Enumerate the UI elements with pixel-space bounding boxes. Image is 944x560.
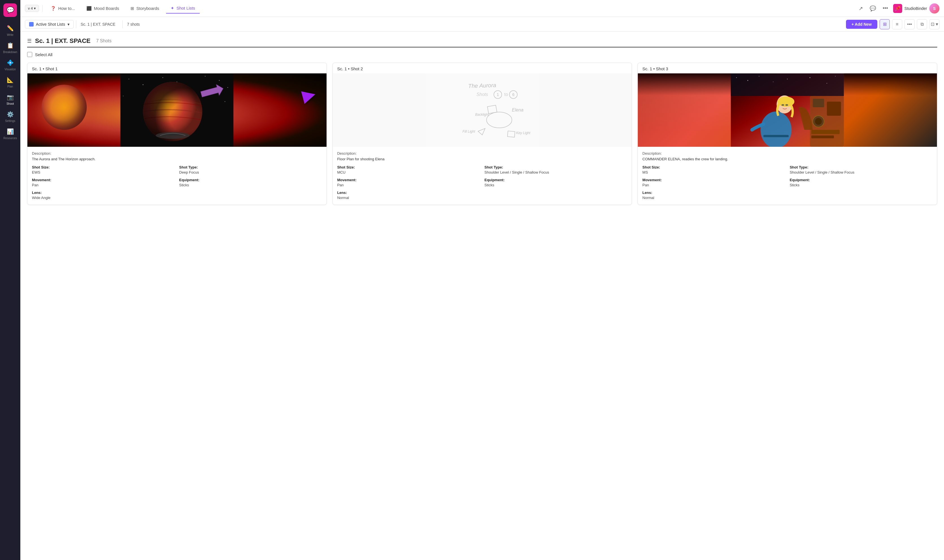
sidebar-item-visualize[interactable]: 💠 Visualize (1, 57, 19, 73)
svg-rect-32 (731, 73, 844, 96)
svg-point-52 (785, 104, 788, 106)
svg-text:Backlight: Backlight (475, 112, 489, 117)
shot-card-3-header: Sc. 1 • Shot 3 (638, 63, 937, 73)
nav-mood-boards[interactable]: ⬛ Mood Boards (82, 4, 124, 13)
svg-text:Elena: Elena (512, 108, 523, 112)
filter-icon: ⧉ (921, 22, 924, 27)
sidebar-item-resources[interactable]: 📊 Resources (1, 126, 19, 142)
resources-icon: 📊 (7, 128, 14, 135)
scene-title: Sc. 1 | EXT. SPACE (35, 37, 91, 45)
svg-point-45 (815, 118, 822, 125)
nav-storyboards[interactable]: ⊞ Storyboards (126, 4, 164, 13)
svg-text:6: 6 (512, 92, 514, 97)
shot-size-field-1: Shot Size: EWS (32, 165, 174, 175)
sidebar-item-shoot[interactable]: 📷 Shoot (1, 91, 19, 108)
lens-field-2: Lens: Normal (337, 191, 480, 200)
comment-button[interactable]: 💬 (868, 4, 878, 13)
active-shot-lists-dropdown[interactable]: Active Shot Lists ▾ (25, 20, 74, 29)
grid-view-icon: ⊞ (883, 22, 887, 27)
settings-icon: ⚙️ (7, 111, 14, 118)
nav-shot-lists[interactable]: ✦ Shot Lists (166, 3, 200, 14)
movement-field-1: Movement: Pan (32, 178, 174, 188)
svg-point-36 (773, 82, 774, 82)
blue-square-icon (29, 22, 34, 26)
svg-point-4 (177, 82, 177, 82)
equipment-field-2: Equipment: Sticks (484, 178, 627, 188)
scene-shots-count: 7 Shots (96, 38, 111, 43)
add-new-button[interactable]: + Add New (846, 20, 877, 29)
grid-view-button[interactable]: ⊞ (879, 19, 890, 29)
top-nav: v 4 ▾ ❓ How to... ⬛ Mood Boards ⊞ Storyb… (20, 0, 944, 17)
app-logo[interactable]: 💬 (3, 3, 17, 17)
svg-point-8 (123, 96, 123, 96)
shot-card-2-header: Sc. 1 • Shot 2 (333, 63, 632, 73)
view-options-icon: ⊡ ▾ (931, 22, 938, 27)
svg-point-38 (810, 77, 810, 78)
svg-rect-46 (811, 130, 840, 134)
shot-lists-icon: ✦ (171, 6, 174, 11)
shot-type-field-1: Shot Type: Deep Focus (179, 165, 322, 175)
svg-rect-43 (827, 102, 841, 116)
shot-size-field-3: Shot Size: MS (642, 165, 785, 175)
sidebar-item-write[interactable]: ✏️ Write (1, 23, 19, 38)
svg-point-1 (128, 79, 129, 79)
shot-fields-3: Shot Size: MS Shot Type: Shoulder Level … (642, 165, 932, 201)
sidebar: 💬 ✏️ Write 📋 Breakdown 💠 Visualize 📐 Pla… (0, 0, 20, 560)
more-options-button[interactable]: ••• (881, 4, 890, 13)
nav-divider-1 (42, 5, 43, 12)
user-area[interactable]: 📌 StudioBinder S (893, 3, 939, 14)
visualize-icon: 💠 (7, 59, 14, 66)
scene-header-icon: ☰ (27, 38, 32, 44)
svg-point-48 (761, 111, 792, 147)
brand-logo-icon: 📌 (893, 4, 902, 13)
svg-point-6 (219, 80, 220, 81)
svg-text:1: 1 (497, 92, 499, 97)
svg-point-51 (782, 104, 784, 106)
svg-text:The Aurora: The Aurora (468, 82, 496, 89)
list-view-button[interactable]: ≡ (892, 19, 902, 29)
svg-text:Key Light: Key Light (516, 131, 531, 135)
svg-point-33 (736, 77, 737, 78)
shoot-icon: 📷 (7, 94, 14, 100)
more-icon: ••• (907, 22, 912, 27)
shot-description-1: Description: The Aurora and The Horizon … (32, 151, 322, 162)
top-nav-right: ↗ 💬 ••• 📌 StudioBinder S (857, 3, 939, 14)
svg-point-7 (227, 87, 228, 88)
user-avatar: S (929, 3, 939, 14)
shot-card-3-body: Description: COMMANDER ELENA, readies th… (638, 147, 937, 205)
sidebar-item-settings[interactable]: ⚙️ Settings (1, 109, 19, 125)
movement-field-2: Movement: Pan (337, 178, 480, 188)
toolbar: Active Shot Lists ▾ Sc. 1 | EXT. SPACE 7… (20, 17, 944, 32)
share-button[interactable]: ↗ (857, 4, 865, 13)
sidebar-item-breakdown[interactable]: 📋 Breakdown (1, 40, 19, 56)
shot-fields-1: Shot Size: EWS Shot Type: Deep Focus Mov… (32, 165, 322, 201)
breakdown-icon: 📋 (7, 42, 14, 49)
shot-card-1-header: Sc. 1 • Shot 1 (28, 63, 327, 73)
svg-point-3 (162, 77, 163, 78)
svg-text:to: to (504, 92, 508, 97)
nav-how-to[interactable]: ❓ How to... (46, 4, 79, 13)
sidebar-item-plan[interactable]: 📐 Plan (1, 74, 19, 90)
shot-card-2: Sc. 1 • Shot 2 The Aurora Shots 1 to (332, 63, 632, 205)
shot-card-3: Sc. 1 • Shot 3 (637, 63, 937, 205)
select-all-row: Select All (27, 52, 937, 57)
shot-type-field-3: Shot Type: Shoulder Level / Single / Sha… (790, 165, 932, 175)
toolbar-right: + Add New ⊞ ≡ ••• ⧉ ⊡ ▾ (846, 19, 939, 29)
dropdown-chevron-icon: ▾ (68, 22, 69, 26)
shot-card-2-body: Description: Floor Plan for shooting Ele… (333, 147, 632, 205)
equipment-field-3: Equipment: Sticks (790, 178, 932, 188)
svg-point-2 (143, 85, 143, 85)
toolbar-more-button[interactable]: ••• (904, 19, 915, 29)
shot-type-field-2: Shot Type: Shoulder Level / Single / Sha… (484, 165, 627, 175)
version-badge[interactable]: v 4 ▾ (25, 5, 39, 12)
view-options-button[interactable]: ⊡ ▾ (929, 19, 939, 29)
scene-breadcrumb[interactable]: Sc. 1 | EXT. SPACE (76, 20, 120, 28)
svg-rect-42 (813, 99, 824, 107)
select-all-checkbox[interactable] (27, 52, 32, 57)
filter-button[interactable]: ⧉ (917, 19, 927, 29)
svg-point-5 (205, 76, 205, 77)
select-all-label[interactable]: Select All (35, 52, 52, 57)
shot-fields-2: Shot Size: MCU Shot Type: Shoulder Level… (337, 165, 627, 201)
svg-point-40 (835, 76, 836, 77)
main-area: v 4 ▾ ❓ How to... ⬛ Mood Boards ⊞ Storyb… (20, 0, 944, 560)
